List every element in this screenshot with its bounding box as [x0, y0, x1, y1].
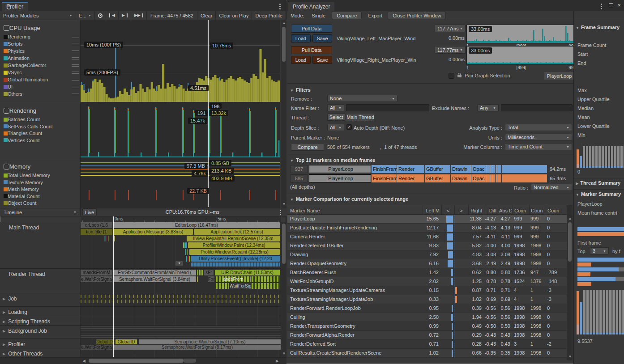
legend-item-animation[interactable]: Animation	[4, 55, 79, 61]
exclude-names-input[interactable]	[501, 104, 573, 111]
column-header-2[interactable]: <	[441, 205, 454, 215]
legend-item-triangles-count[interactable]: Triangles Count	[4, 130, 79, 136]
profiler-menu-kebab-icon[interactable]	[277, 3, 283, 10]
filters-section-header[interactable]: ▼Filters	[290, 87, 478, 93]
timeline-span[interactable]	[186, 242, 187, 248]
timeline-span[interactable]	[199, 270, 201, 275]
column-header-6[interactable]: Abs D▼	[498, 205, 512, 215]
drag-handle-icon[interactable]	[72, 57, 79, 59]
timeline-span[interactable]	[186, 256, 187, 262]
timeline-span[interactable]	[252, 276, 280, 282]
legend-item-garbagecollector[interactable]: GarbageCollector	[4, 62, 79, 68]
compare-filter-button[interactable]: Compare	[291, 143, 324, 151]
top10-segment[interactable]	[486, 174, 490, 182]
timeline-span[interactable]	[188, 256, 188, 262]
column-header-1[interactable]: Left M	[423, 205, 440, 215]
top10-segment[interactable]	[493, 165, 495, 173]
timeline-span[interactable]	[191, 262, 280, 267]
hscroll-right-icon[interactable]: ▶	[276, 359, 280, 363]
profiler-modules-dropdown[interactable]: Profiler Modules▼	[0, 11, 76, 20]
timeline-span[interactable]: tion.Idle (1	[81, 229, 112, 235]
thread-row-job[interactable]: ▶Job	[3, 296, 80, 302]
legend-item-vertices-count[interactable]: Vertices Count	[4, 137, 79, 144]
expand-arrow-icon[interactable]: ▶	[3, 320, 5, 324]
ratio-dropdown[interactable]: Normalized▼	[531, 184, 572, 191]
top10-segment[interactable]	[497, 165, 501, 173]
column-header-4[interactable]: Right	[468, 205, 483, 215]
analyzer-menu-kebab-icon[interactable]	[598, 3, 604, 10]
timeline-span[interactable]	[216, 283, 229, 289]
timeline-span[interactable]: UIR.DrawChain (11.53ms)	[215, 270, 280, 275]
thread-row-scripting-threads[interactable]: ▶Scripting Threads	[3, 318, 80, 325]
range-dropdown-0[interactable]: 117.77ms▼	[435, 25, 466, 32]
save-button-0[interactable]: Save	[312, 34, 332, 42]
top10-segment[interactable]	[490, 165, 493, 173]
timeline-span[interactable]: GlobalID:	[96, 339, 113, 344]
last-frame-button[interactable]: ▶▶	[131, 11, 147, 20]
name-filter-input[interactable]	[346, 104, 429, 111]
foldout-arrow-icon[interactable]: ▼	[576, 26, 579, 30]
legend-item-global-illumination[interactable]: Global Illumination	[4, 76, 79, 83]
pull-data-button-1[interactable]: Pull Data	[291, 46, 332, 54]
target-dropdown[interactable]: E...▼	[76, 11, 95, 20]
memory-chart[interactable]	[81, 159, 280, 207]
top10-segment-gbuffer[interactable]: GBuffer	[425, 165, 450, 173]
timeline-span[interactable]	[106, 236, 107, 241]
marker-summary-header[interactable]: ▼Marker Summary	[576, 191, 623, 198]
column-header-5[interactable]: Diff	[484, 205, 497, 215]
drag-handle-icon[interactable]	[72, 43, 79, 45]
timeline-span[interactable]	[81, 300, 281, 303]
cpu-usage-chart[interactable]	[81, 20, 280, 102]
auto-depth-checkbox[interactable]: ✓	[346, 124, 352, 130]
comparison-section-header[interactable]: ▼Marker Comparison for currently selecte…	[290, 196, 478, 203]
pair-graph-checkbox[interactable]	[449, 73, 454, 79]
column-header-3[interactable]: >	[454, 205, 468, 215]
top10-segment[interactable]	[497, 174, 501, 182]
legend-item-object-count[interactable]: Object Count	[4, 200, 79, 206]
foldout-arrow-icon[interactable]: ▼	[290, 159, 294, 163]
top10-segment-render[interactable]: Render	[397, 165, 424, 173]
legend-item-batches-count[interactable]: Batches Count	[4, 116, 79, 123]
column-header-7[interactable]: Coun	[513, 205, 529, 215]
clear-on-play-button[interactable]: Clear on Play	[216, 11, 252, 20]
timeline-span[interactable]: andsFrom	[216, 276, 251, 282]
thread-row-render-thread[interactable]: Render Thread	[3, 271, 80, 277]
timeline-span[interactable]: For	[208, 276, 214, 282]
scroll-down-icon[interactable]: ▼	[282, 202, 286, 206]
marker-columns-dropdown[interactable]: Time and Count▼	[505, 143, 572, 150]
timeline-span[interactable]: Semaphore.WaitForSignal (3.84ms)	[113, 276, 196, 282]
timeline-scroll-thumb[interactable]	[282, 224, 286, 264]
thread-row-profiler[interactable]: ▶Profiler	[3, 341, 80, 347]
expand-arrow-icon[interactable]: ▶	[3, 352, 5, 356]
timeline-span[interactable]	[197, 270, 198, 275]
top10-segment[interactable]	[486, 165, 490, 173]
timeline-span[interactable]: Application.Tick (12.57ms)	[194, 229, 280, 235]
expand-arrow-icon[interactable]: ▶	[3, 329, 5, 333]
timeline-span[interactable]: sFr	[204, 270, 214, 275]
top10-frame-button-0[interactable]: 937	[290, 165, 308, 173]
timeline-view-dropdown[interactable]: Timeline▼	[0, 208, 81, 216]
timeline-span[interactable]	[189, 256, 190, 262]
next-frame-button[interactable]: ▶	[119, 11, 131, 20]
load-button-1[interactable]: Load	[291, 56, 311, 64]
top10-segment[interactable]	[496, 174, 497, 182]
frame-summary-header[interactable]: ▼Frame Summary	[576, 25, 623, 31]
timeline-frame-line[interactable]	[113, 216, 114, 357]
legend-item-material-count[interactable]: Material Count	[4, 193, 79, 199]
analysis-type-dropdown[interactable]: Total▼	[505, 124, 572, 131]
timeline-span[interactable]	[252, 283, 280, 289]
top10-segment[interactable]	[493, 174, 495, 182]
thread-row-other-threads[interactable]: ▶Other Threads	[3, 351, 80, 357]
foldout-arrow-icon[interactable]: ▼	[576, 193, 579, 197]
record-button[interactable]	[95, 11, 106, 20]
deep-profile-button[interactable]: Deep Profile	[252, 11, 286, 20]
timeline-span[interactable]: EditorLoop (16.47ms)	[113, 222, 280, 228]
top10-segment[interactable]	[502, 174, 547, 182]
scroll-up-icon[interactable]: ▲	[282, 21, 286, 25]
mode-single-button[interactable]: Single	[308, 11, 330, 20]
hscroll-left-icon[interactable]: ◀	[82, 359, 87, 363]
column-header-8[interactable]: Coun	[529, 205, 545, 215]
live-button[interactable]: Live	[82, 208, 97, 216]
drag-handle-icon[interactable]	[72, 72, 79, 74]
module-title-memory[interactable]: Memory	[4, 162, 80, 170]
